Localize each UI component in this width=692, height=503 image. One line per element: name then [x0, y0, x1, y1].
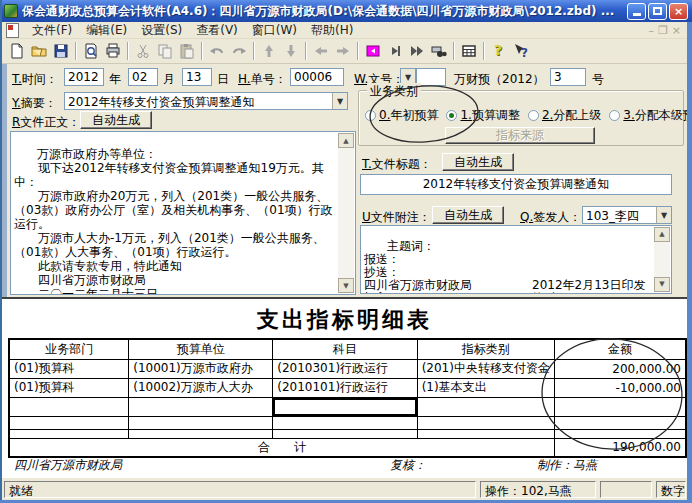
table-cell[interactable] [554, 416, 686, 429]
table-cell[interactable] [129, 416, 273, 429]
menu-item-0[interactable]: 文件(F) [25, 22, 79, 38]
signer-dropdown-icon[interactable]: ▼ [656, 207, 671, 223]
maximize-icon[interactable] [648, 3, 667, 20]
total-row: 合 计190,000.00 [9, 438, 686, 457]
column-header-0: 业务部门 [9, 339, 129, 359]
undo-icon[interactable] [206, 40, 228, 62]
summary-combo[interactable]: 2012年转移支付资金预算调整通知 ▼ [64, 92, 348, 110]
next-icon[interactable] [332, 40, 354, 62]
status-spare [600, 481, 652, 498]
table-cell[interactable] [417, 397, 554, 416]
day-field[interactable]: 13 [182, 68, 212, 86]
signer-combo[interactable]: 103_李四 ▼ [582, 206, 672, 224]
print-preview-icon[interactable] [80, 40, 102, 62]
table-cell[interactable] [554, 397, 686, 416]
paste-icon[interactable] [176, 40, 198, 62]
summary-dropdown-icon[interactable]: ▼ [332, 93, 347, 109]
table-cell[interactable] [9, 397, 129, 416]
scroll-up-icon[interactable]: ▲ [654, 227, 670, 242]
table-cell[interactable]: 200,000.00 [554, 359, 686, 378]
docno-field[interactable]: 00006 [290, 68, 344, 86]
report-preview: 支出指标明细表 业务部门预算单位科目指标类别金额 (01)预算科(10001)万… [2, 297, 687, 477]
mdi-restore-icon[interactable]: ❐ [658, 24, 668, 37]
menu-item-1[interactable]: 编辑(E) [79, 22, 134, 38]
menu-item-4[interactable]: 窗口(W) [245, 22, 304, 38]
table-cell[interactable] [417, 429, 554, 438]
goto-record-icon[interactable] [362, 40, 384, 62]
note-textarea[interactable]: 主题词： 报送： 抄送： 四川省万源市财政局 2012年2月13日印发 打印： … [360, 225, 672, 294]
mdi-minimize-icon[interactable]: – [648, 24, 654, 37]
title-bar: 保会通财政总预算会计软件(A4.6)：四川省万源市财政局(D:\保会通数据\四川… [0, 0, 692, 22]
new-document-icon[interactable] [6, 40, 28, 62]
radio-circle-icon[interactable] [609, 110, 620, 121]
table-row: (01)预算科(10001)万源市政府办(2010301)行政运行(201)中央… [9, 359, 686, 378]
month-field[interactable]: 02 [128, 68, 158, 86]
window-frame-left [0, 0, 2, 503]
note-scrollbar[interactable]: ▲ ▼ [654, 227, 670, 292]
table-cell[interactable]: (2010301)行政运行 [273, 359, 417, 378]
doc-title-field[interactable]: 2012年转移支付资金预算调整通知 [360, 174, 672, 195]
last-record-icon[interactable] [384, 40, 406, 62]
radio-circle-icon[interactable] [365, 110, 376, 121]
close-icon[interactable]: × [669, 3, 688, 20]
table-row: (01)预算科(10002)万源市人大办(2010101)行政运行(1)基本支出… [9, 378, 686, 397]
refno-number-field[interactable]: 3 [550, 68, 586, 86]
table-cell[interactable]: (10002)万源市人大办 [129, 378, 273, 397]
radio-circle-icon[interactable] [446, 110, 457, 121]
column-header-1: 预算单位 [129, 339, 273, 359]
save-icon[interactable] [50, 40, 72, 62]
open-folder-icon[interactable] [28, 40, 50, 62]
table-cell[interactable] [129, 429, 273, 438]
scroll-down-icon[interactable]: ▼ [338, 278, 354, 293]
table-cell[interactable] [129, 397, 273, 416]
table-cell[interactable]: (01)预算科 [9, 378, 129, 397]
table-cell[interactable]: -10,000.00 [554, 378, 686, 397]
radio-option-3[interactable]: 3.分配本级预留 [609, 107, 692, 124]
scroll-up-icon[interactable]: ▲ [338, 133, 354, 148]
table-cell[interactable]: (2010101)行政运行 [273, 378, 417, 397]
table-cell[interactable]: (1)基本支出 [417, 378, 554, 397]
menu-item-5[interactable]: 帮助(H) [304, 22, 360, 38]
radio-option-2[interactable]: 2.分配上级 [528, 107, 601, 124]
body-textarea[interactable]: 万源市政府办等单位： 现下达2012年转移支付资金预算调整通知19万元。其中： … [10, 131, 356, 295]
radio-circle-icon[interactable] [528, 110, 539, 121]
table-cell[interactable]: (01)预算科 [9, 359, 129, 378]
table-cell[interactable] [417, 416, 554, 429]
previous-icon[interactable] [310, 40, 332, 62]
cut-icon[interactable] [132, 40, 154, 62]
calculator-icon[interactable] [458, 40, 480, 62]
print-icon[interactable] [102, 40, 124, 62]
note-autogen-button[interactable]: 自动生成 [432, 206, 504, 224]
minimize-icon[interactable] [627, 3, 646, 20]
body-scrollbar[interactable]: ▲ ▼ [338, 133, 354, 293]
print-search-icon[interactable] [428, 40, 450, 62]
radio-option-0[interactable]: 0.年初预算 [365, 107, 438, 124]
table-cell[interactable] [273, 397, 417, 416]
scroll-down-icon[interactable]: ▼ [654, 277, 670, 292]
table-cell[interactable] [9, 429, 129, 438]
indicator-table: 业务部门预算单位科目指标类别金额 (01)预算科(10001)万源市政府办(20… [8, 338, 687, 458]
body-autogen-button[interactable]: 自动生成 [80, 111, 152, 129]
menu-item-2[interactable]: 设置(S) [134, 22, 189, 38]
table-cell[interactable]: (201)中央转移支付资金 [417, 359, 554, 378]
body-label: R文件正文： [12, 114, 80, 131]
up-arrow-icon[interactable] [258, 40, 280, 62]
table-cell[interactable] [554, 429, 686, 438]
mdi-close-icon[interactable]: × [672, 24, 681, 37]
year-field[interactable]: 2012 [64, 68, 104, 86]
fast-forward-icon[interactable] [406, 40, 428, 62]
table-cell[interactable] [273, 429, 417, 438]
radio-option-1[interactable]: 1.预算调整 [446, 107, 519, 124]
title-autogen-button[interactable]: 自动生成 [442, 153, 514, 171]
note-label: U文件附注： [362, 209, 431, 226]
table-cell[interactable] [9, 416, 129, 429]
down-arrow-icon[interactable] [280, 40, 302, 62]
context-help-icon[interactable]: ? [510, 40, 532, 62]
redo-icon[interactable] [228, 40, 250, 62]
copy-icon[interactable] [154, 40, 176, 62]
menu-item-3[interactable]: 查看(V) [189, 22, 245, 38]
table-cell[interactable] [273, 416, 417, 429]
mdi-window-controls: – ❐ × [648, 24, 685, 37]
table-cell[interactable]: (10001)万源市政府办 [129, 359, 273, 378]
help-icon[interactable]: ?? [488, 40, 510, 62]
